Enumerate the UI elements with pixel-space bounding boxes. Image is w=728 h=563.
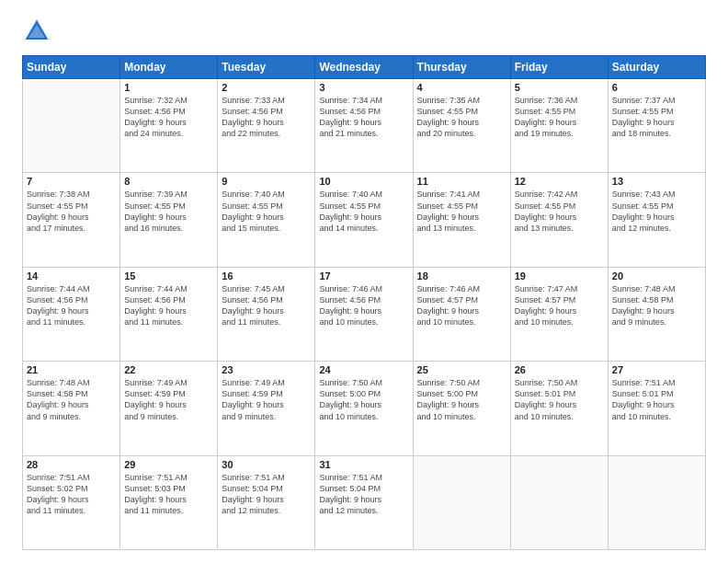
- calendar-cell: 6Sunrise: 7:37 AM Sunset: 4:55 PM Daylig…: [608, 79, 705, 173]
- weekday-header: Tuesday: [218, 56, 315, 79]
- day-number: 31: [319, 459, 408, 470]
- day-number: 25: [417, 364, 506, 375]
- calendar-cell: 16Sunrise: 7:45 AM Sunset: 4:56 PM Dayli…: [218, 267, 315, 361]
- day-info: Sunrise: 7:35 AM Sunset: 4:55 PM Dayligh…: [417, 95, 506, 140]
- logo: [22, 17, 55, 46]
- day-number: 17: [319, 270, 408, 282]
- calendar-cell: 19Sunrise: 7:47 AM Sunset: 4:57 PM Dayli…: [510, 267, 608, 361]
- calendar-cell: 7Sunrise: 7:38 AM Sunset: 4:55 PM Daylig…: [23, 173, 120, 267]
- day-number: 3: [319, 82, 408, 93]
- day-number: 11: [417, 176, 506, 187]
- calendar-cell: 21Sunrise: 7:48 AM Sunset: 4:58 PM Dayli…: [23, 362, 120, 455]
- weekday-header: Monday: [120, 56, 218, 79]
- day-info: Sunrise: 7:43 AM Sunset: 4:55 PM Dayligh…: [612, 189, 701, 234]
- calendar-week-row: 7Sunrise: 7:38 AM Sunset: 4:55 PM Daylig…: [23, 173, 706, 267]
- day-info: Sunrise: 7:49 AM Sunset: 4:59 PM Dayligh…: [222, 377, 311, 422]
- day-number: 4: [417, 82, 506, 93]
- day-info: Sunrise: 7:38 AM Sunset: 4:55 PM Dayligh…: [27, 189, 116, 234]
- calendar-cell: 1Sunrise: 7:32 AM Sunset: 4:56 PM Daylig…: [120, 79, 218, 173]
- calendar-week-row: 14Sunrise: 7:44 AM Sunset: 4:56 PM Dayli…: [23, 267, 706, 361]
- day-number: 5: [515, 82, 604, 93]
- calendar-cell: 8Sunrise: 7:39 AM Sunset: 4:55 PM Daylig…: [120, 173, 218, 267]
- day-info: Sunrise: 7:46 AM Sunset: 4:57 PM Dayligh…: [417, 283, 506, 328]
- day-number: 24: [319, 364, 408, 375]
- calendar-cell: 28Sunrise: 7:51 AM Sunset: 5:02 PM Dayli…: [23, 455, 120, 549]
- day-number: 18: [417, 270, 506, 282]
- calendar-cell: 18Sunrise: 7:46 AM Sunset: 4:57 PM Dayli…: [413, 267, 510, 361]
- calendar-cell: 9Sunrise: 7:40 AM Sunset: 4:55 PM Daylig…: [218, 173, 315, 267]
- day-info: Sunrise: 7:41 AM Sunset: 4:55 PM Dayligh…: [417, 189, 506, 234]
- day-info: Sunrise: 7:40 AM Sunset: 4:55 PM Dayligh…: [319, 189, 408, 234]
- day-number: 23: [222, 364, 311, 375]
- day-info: Sunrise: 7:42 AM Sunset: 4:55 PM Dayligh…: [515, 189, 604, 234]
- day-info: Sunrise: 7:50 AM Sunset: 5:00 PM Dayligh…: [417, 377, 506, 422]
- weekday-header: Wednesday: [315, 56, 413, 79]
- calendar-cell: 24Sunrise: 7:50 AM Sunset: 5:00 PM Dayli…: [315, 362, 413, 455]
- day-number: 16: [222, 270, 311, 282]
- calendar-cell: 30Sunrise: 7:51 AM Sunset: 5:04 PM Dayli…: [218, 455, 315, 549]
- day-info: Sunrise: 7:40 AM Sunset: 4:55 PM Dayligh…: [222, 189, 311, 234]
- day-number: 22: [124, 364, 213, 375]
- day-number: 26: [515, 364, 604, 375]
- day-number: 27: [612, 364, 701, 375]
- day-number: 9: [222, 176, 311, 187]
- day-info: Sunrise: 7:46 AM Sunset: 4:56 PM Dayligh…: [319, 283, 408, 328]
- day-number: 1: [124, 82, 213, 93]
- day-info: Sunrise: 7:36 AM Sunset: 4:55 PM Dayligh…: [515, 95, 604, 140]
- day-number: 28: [27, 459, 116, 470]
- day-info: Sunrise: 7:51 AM Sunset: 5:04 PM Dayligh…: [222, 472, 311, 517]
- weekday-header: Saturday: [608, 56, 705, 79]
- calendar-cell: 29Sunrise: 7:51 AM Sunset: 5:03 PM Dayli…: [120, 455, 218, 549]
- weekday-header: Thursday: [413, 56, 510, 79]
- calendar-cell: 26Sunrise: 7:50 AM Sunset: 5:01 PM Dayli…: [510, 362, 608, 455]
- day-info: Sunrise: 7:44 AM Sunset: 4:56 PM Dayligh…: [124, 283, 213, 328]
- day-info: Sunrise: 7:51 AM Sunset: 5:02 PM Dayligh…: [27, 472, 116, 517]
- calendar-cell: 11Sunrise: 7:41 AM Sunset: 4:55 PM Dayli…: [413, 173, 510, 267]
- calendar-table: SundayMondayTuesdayWednesdayThursdayFrid…: [22, 55, 706, 550]
- calendar-cell: 13Sunrise: 7:43 AM Sunset: 4:55 PM Dayli…: [608, 173, 705, 267]
- day-number: 14: [27, 270, 116, 282]
- day-number: 20: [612, 270, 701, 282]
- day-info: Sunrise: 7:34 AM Sunset: 4:56 PM Dayligh…: [319, 95, 408, 140]
- calendar-cell: [23, 79, 120, 173]
- day-number: 2: [222, 82, 311, 93]
- day-number: 12: [515, 176, 604, 187]
- calendar-cell: 12Sunrise: 7:42 AM Sunset: 4:55 PM Dayli…: [510, 173, 608, 267]
- calendar-week-row: 1Sunrise: 7:32 AM Sunset: 4:56 PM Daylig…: [23, 79, 706, 173]
- calendar-week-row: 21Sunrise: 7:48 AM Sunset: 4:58 PM Dayli…: [23, 362, 706, 455]
- day-number: 15: [124, 270, 213, 282]
- day-number: 8: [124, 176, 213, 187]
- calendar-cell: 22Sunrise: 7:49 AM Sunset: 4:59 PM Dayli…: [120, 362, 218, 455]
- day-info: Sunrise: 7:32 AM Sunset: 4:56 PM Dayligh…: [124, 95, 213, 140]
- day-info: Sunrise: 7:37 AM Sunset: 4:55 PM Dayligh…: [612, 95, 701, 140]
- calendar-cell: 23Sunrise: 7:49 AM Sunset: 4:59 PM Dayli…: [218, 362, 315, 455]
- calendar-week-row: 28Sunrise: 7:51 AM Sunset: 5:02 PM Dayli…: [23, 455, 706, 549]
- day-number: 19: [515, 270, 604, 282]
- day-info: Sunrise: 7:51 AM Sunset: 5:03 PM Dayligh…: [124, 472, 213, 517]
- calendar-cell: 31Sunrise: 7:51 AM Sunset: 5:04 PM Dayli…: [315, 455, 413, 549]
- logo-icon: [22, 17, 51, 46]
- calendar-cell: 4Sunrise: 7:35 AM Sunset: 4:55 PM Daylig…: [413, 79, 510, 173]
- calendar-cell: 10Sunrise: 7:40 AM Sunset: 4:55 PM Dayli…: [315, 173, 413, 267]
- day-number: 6: [612, 82, 701, 93]
- day-info: Sunrise: 7:50 AM Sunset: 5:00 PM Dayligh…: [319, 377, 408, 422]
- page: SundayMondayTuesdayWednesdayThursdayFrid…: [0, 0, 728, 563]
- day-info: Sunrise: 7:47 AM Sunset: 4:57 PM Dayligh…: [515, 283, 604, 328]
- day-info: Sunrise: 7:51 AM Sunset: 5:01 PM Dayligh…: [612, 377, 701, 422]
- weekday-header: Friday: [510, 56, 608, 79]
- header: [22, 17, 706, 46]
- calendar-cell: [608, 455, 705, 549]
- calendar-cell: 15Sunrise: 7:44 AM Sunset: 4:56 PM Dayli…: [120, 267, 218, 361]
- header-row: SundayMondayTuesdayWednesdayThursdayFrid…: [23, 56, 706, 79]
- weekday-header: Sunday: [23, 56, 120, 79]
- day-info: Sunrise: 7:48 AM Sunset: 4:58 PM Dayligh…: [612, 283, 701, 328]
- calendar-cell: 27Sunrise: 7:51 AM Sunset: 5:01 PM Dayli…: [608, 362, 705, 455]
- day-info: Sunrise: 7:48 AM Sunset: 4:58 PM Dayligh…: [27, 377, 116, 422]
- day-number: 13: [612, 176, 701, 187]
- day-info: Sunrise: 7:51 AM Sunset: 5:04 PM Dayligh…: [319, 472, 408, 517]
- calendar-cell: 20Sunrise: 7:48 AM Sunset: 4:58 PM Dayli…: [608, 267, 705, 361]
- day-number: 29: [124, 459, 213, 470]
- day-info: Sunrise: 7:50 AM Sunset: 5:01 PM Dayligh…: [515, 377, 604, 422]
- day-info: Sunrise: 7:39 AM Sunset: 4:55 PM Dayligh…: [124, 189, 213, 234]
- calendar-cell: [413, 455, 510, 549]
